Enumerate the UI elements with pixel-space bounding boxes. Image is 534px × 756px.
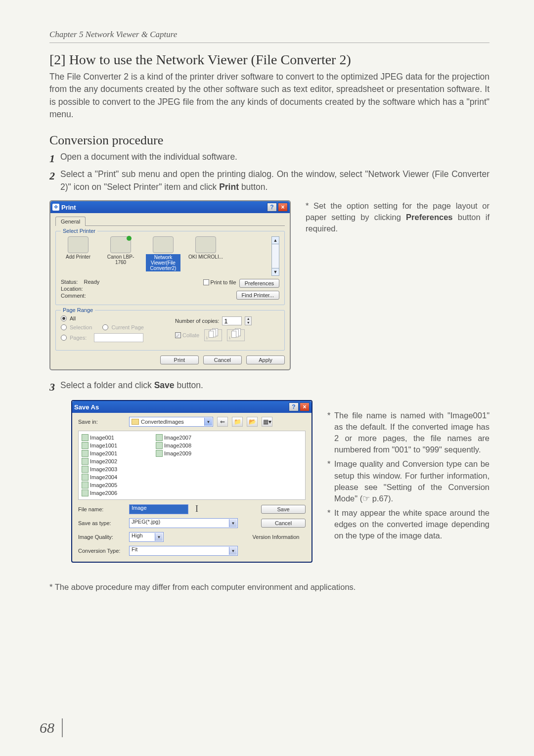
file-name: Image2003 [90, 466, 117, 472]
close-button[interactable]: × [278, 203, 288, 212]
file-name: Image2001 [90, 450, 117, 456]
checkbox-label: Print to file [211, 279, 236, 285]
printer-network-viewer[interactable]: Network Viewer(File Converter2) [146, 236, 180, 271]
scroll-track[interactable] [271, 244, 279, 268]
page-range-group: Page Range All Selection Current Page Pa… [55, 310, 285, 351]
note-text: Image quality and Conversion type can be… [334, 458, 490, 504]
side-note: * Set the option setting for the page la… [306, 200, 490, 234]
pages-input[interactable] [94, 333, 143, 342]
up-folder-icon[interactable]: 📁 [232, 417, 243, 427]
side-note: *The file name is named with "Image001" … [327, 410, 490, 455]
save-button[interactable]: Save [261, 505, 306, 514]
side-note: *Image quality and Conversion type can b… [327, 458, 490, 504]
apply-button[interactable]: Apply [246, 356, 285, 364]
select-value: High [132, 533, 143, 538]
file-name: Image2006 [90, 490, 117, 496]
printer-canon[interactable]: Canon LBP-1760 [103, 236, 138, 265]
collate-icon [227, 329, 245, 341]
radio-label: Pages: [70, 335, 87, 341]
printer-add-icon [68, 236, 89, 253]
collate-checkbox[interactable]: ✓Collate [175, 332, 199, 338]
file-item[interactable]: Image2005 [82, 482, 141, 489]
folder-icon [132, 419, 139, 425]
find-printer-button[interactable]: Find Printer... [236, 291, 279, 300]
status-label: Status: [61, 279, 78, 285]
preferences-button[interactable]: Preferences [239, 279, 279, 288]
chapter-header: Chapter 5 Network Viewer & Capture [49, 30, 490, 40]
printer-add[interactable]: Add Printer [61, 236, 95, 260]
file-item[interactable]: Image2003 [82, 466, 141, 473]
print-to-file-checkbox[interactable]: Print to file [203, 279, 236, 285]
tab-general[interactable]: General [55, 217, 86, 226]
scroll-up-icon[interactable]: ▲ [271, 236, 279, 244]
combo-value: ConvertedImages [141, 419, 184, 425]
conversion-type-select[interactable]: Fit▼ [129, 546, 238, 556]
file-icon [82, 466, 89, 473]
horizontal-rule [49, 43, 490, 43]
image-quality-select[interactable]: High▼ [129, 532, 164, 542]
file-item[interactable]: Image2009 [156, 450, 215, 457]
dialog-footer: Print Cancel Apply [55, 351, 285, 364]
file-item[interactable]: Image1001 [82, 442, 141, 449]
file-item[interactable]: Image2006 [82, 489, 141, 496]
cancel-button[interactable]: Cancel [203, 356, 242, 364]
copies-input[interactable] [222, 316, 242, 325]
save-as-type-select[interactable]: JPEG(*.jpg)▼ [129, 518, 238, 528]
radio-label: Selection [70, 324, 92, 330]
file-item[interactable]: Image001 [82, 434, 141, 441]
file-name-input[interactable]: Image [129, 504, 188, 514]
version-info-button[interactable]: Version Information [246, 533, 306, 541]
step-text-pre: Select a folder and click [60, 380, 154, 390]
help-button[interactable]: ? [289, 402, 299, 411]
scroll-down-icon[interactable]: ▼ [271, 268, 279, 276]
file-name: Image2009 [164, 450, 191, 456]
file-item[interactable]: Image2004 [82, 474, 141, 481]
printer-label: Canon LBP-1760 [103, 254, 138, 265]
new-folder-icon[interactable]: 📂 [247, 417, 258, 427]
collate-icon [204, 329, 222, 341]
step-number: 2 [49, 168, 60, 193]
side-note: *It may appear the white space around th… [327, 507, 490, 541]
file-name: Image2008 [164, 443, 191, 448]
dialog-titlebar: ✥ Print ? × [50, 201, 290, 213]
file-name: Image2002 [90, 458, 117, 464]
print-button[interactable]: Print [160, 356, 199, 364]
note-text: It may appear the white space around the… [334, 507, 490, 541]
select-value: JPEG(*.jpg) [132, 519, 160, 525]
close-button[interactable]: × [300, 402, 310, 411]
save-in-combo[interactable]: ConvertedImages ▼ [129, 417, 213, 427]
file-item[interactable]: Image2001 [82, 450, 141, 457]
step-3: 3 Select a folder and click Save button. [49, 379, 490, 395]
step-text: Select a folder and click Save button. [60, 379, 490, 395]
radio-current-page[interactable] [102, 324, 108, 330]
status-value: Ready [84, 279, 99, 285]
save-as-type-label: Save as type: [78, 520, 125, 526]
radio-selection[interactable] [61, 324, 67, 330]
file-item[interactable]: Image2007 [156, 434, 215, 441]
file-icon [82, 442, 89, 449]
dropdown-icon: ▼ [204, 418, 212, 426]
file-icon [82, 489, 89, 496]
radio-all[interactable] [61, 315, 67, 321]
print-dialog: ✥ Print ? × General Select Printer Add P… [49, 200, 291, 370]
file-icon [82, 458, 89, 465]
save-as-dialog: Save As ? × Save in: ConvertedImages ▼ ⇐… [71, 400, 312, 563]
page-number-divider [62, 718, 63, 737]
view-menu-icon[interactable]: ▦▾ [262, 417, 272, 427]
radio-pages[interactable] [61, 335, 67, 341]
note-text: The file name is named with "Image001" a… [334, 410, 490, 455]
save-in-label: Save in: [78, 419, 125, 425]
file-name: Image001 [90, 435, 114, 441]
file-list[interactable]: Image001 Image1001 Image2001 Image2002 I… [78, 431, 306, 500]
printer-oki[interactable]: OKI MICROLI... [188, 236, 223, 260]
file-icon [156, 434, 163, 441]
back-icon[interactable]: ⇐ [217, 417, 228, 427]
intro-paragraph: The File Converter 2 is a kind of the pr… [49, 71, 490, 121]
file-item[interactable]: Image2008 [156, 442, 215, 449]
copies-label: Number of copies: [175, 318, 219, 324]
help-button[interactable]: ? [267, 203, 277, 212]
file-item[interactable]: Image2002 [82, 458, 141, 465]
cancel-button[interactable]: Cancel [261, 519, 306, 528]
file-name-label: File name: [78, 506, 125, 512]
copies-spinner[interactable]: ▲▼ [245, 316, 252, 325]
